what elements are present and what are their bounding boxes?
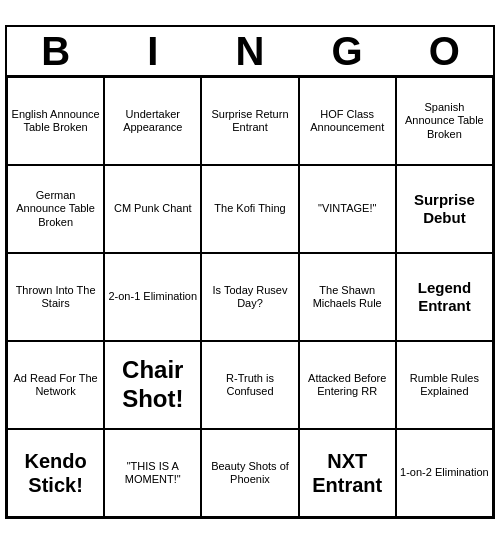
- bingo-cell-14: Legend Entrant: [396, 253, 493, 341]
- bingo-cell-13: The Shawn Michaels Rule: [299, 253, 396, 341]
- bingo-cell-11: 2-on-1 Elimination: [104, 253, 201, 341]
- bingo-cell-16: Chair Shot!: [104, 341, 201, 429]
- bingo-cell-3: HOF Class Announcement: [299, 77, 396, 165]
- bingo-cell-20: Kendo Stick!: [7, 429, 104, 517]
- bingo-header: BINGO: [7, 27, 493, 77]
- bingo-letter-g: G: [302, 31, 392, 71]
- bingo-cell-10: Thrown Into The Stairs: [7, 253, 104, 341]
- bingo-cell-18: Attacked Before Entering RR: [299, 341, 396, 429]
- bingo-cell-9: Surprise Debut: [396, 165, 493, 253]
- bingo-cell-1: Undertaker Appearance: [104, 77, 201, 165]
- bingo-cell-6: CM Punk Chant: [104, 165, 201, 253]
- bingo-cell-5: German Announce Table Broken: [7, 165, 104, 253]
- bingo-cell-21: "THIS IS A MOMENT!": [104, 429, 201, 517]
- bingo-cell-0: English Announce Table Broken: [7, 77, 104, 165]
- bingo-cell-7: The Kofi Thing: [201, 165, 298, 253]
- bingo-cell-22: Beauty Shots of Phoenix: [201, 429, 298, 517]
- bingo-cell-17: R-Truth is Confused: [201, 341, 298, 429]
- bingo-letter-o: O: [399, 31, 489, 71]
- bingo-letter-i: I: [108, 31, 198, 71]
- bingo-cell-8: "VINTAGE!": [299, 165, 396, 253]
- bingo-cell-24: 1-on-2 Elimination: [396, 429, 493, 517]
- bingo-cell-23: NXT Entrant: [299, 429, 396, 517]
- bingo-cell-12: Is Today Rusev Day?: [201, 253, 298, 341]
- bingo-cell-15: Ad Read For The Network: [7, 341, 104, 429]
- bingo-letter-b: B: [11, 31, 101, 71]
- bingo-cell-2: Surprise Return Entrant: [201, 77, 298, 165]
- bingo-letter-n: N: [205, 31, 295, 71]
- bingo-card: BINGO English Announce Table BrokenUnder…: [5, 25, 495, 519]
- bingo-cell-4: Spanish Announce Table Broken: [396, 77, 493, 165]
- bingo-grid: English Announce Table BrokenUndertaker …: [7, 77, 493, 517]
- bingo-cell-19: Rumble Rules Explained: [396, 341, 493, 429]
